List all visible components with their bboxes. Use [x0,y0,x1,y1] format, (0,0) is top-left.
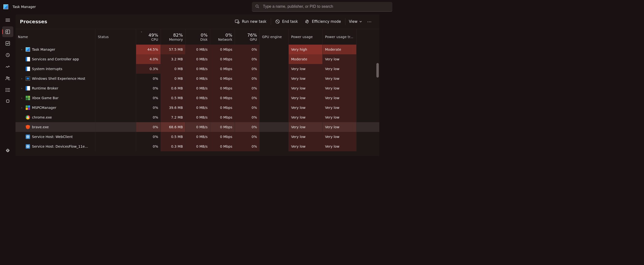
process-icon [26,86,30,90]
chevron-down-icon [360,21,362,22]
memory-cell: 0.3 MB [161,142,186,151]
sidebar-toggle-button[interactable] [2,15,13,26]
column-header-status[interactable]: Status [96,29,136,45]
column-header-network[interactable]: 0% Network [210,29,235,45]
process-name: Service Host: DevicesFlow_11e... [32,144,88,148]
nav-performance[interactable] [2,38,13,49]
cpu-cell: 0% [136,113,161,122]
expand-chevron-icon[interactable]: › [20,106,24,109]
cpu-cell: 44.5% [136,45,161,54]
process-name: Service Host: WebClient [32,135,73,139]
power-usage-trend-cell: Very low [322,142,356,151]
power-usage-trend-cell: Very low [322,122,356,132]
scrollbar-handle[interactable] [376,63,379,78]
gpu-engine-cell [260,142,289,151]
content-panel: Processes Run new task End task Efficien… [16,14,379,156]
searchbar[interactable] [252,2,380,12]
process-status [96,64,136,74]
cpu-cell: 0% [136,74,161,83]
column-header-gpu-engine[interactable]: GPU engine [260,29,289,45]
nav-services[interactable] [2,96,13,107]
expand-chevron-icon[interactable]: › [20,77,24,80]
process-name: Runtime Broker [32,86,58,90]
memory-cell: 0 MB [161,64,186,74]
table-row[interactable]: Services and Controller app4.0%3.2 MB0 M… [16,54,379,64]
disk-cell: 0 MB/s [186,83,210,93]
gpu-cell: 0% [235,122,260,132]
network-cell: 0 Mbps [210,93,235,103]
cpu-cell: 0% [136,93,161,103]
table-row[interactable]: ›MSPCManager0%39.6 MB0 MB/s0 Mbps0%Very … [16,103,379,113]
gpu-engine-cell [260,64,289,74]
process-status [96,142,136,151]
svg-line-28 [276,20,279,23]
efficiency-mode-button[interactable]: Efficiency mode [301,18,344,26]
power-usage-trend-cell: Very low [322,113,356,122]
power-usage-cell: Very low [289,74,322,83]
expand-chevron-icon[interactable]: › [20,87,24,90]
network-cell: 0 Mbps [210,83,235,93]
gpu-cell: 0% [235,64,260,74]
column-header-disk[interactable]: 0% Disk [186,29,210,45]
svg-point-22 [7,150,8,152]
network-cell: 0 Mbps [210,45,235,54]
view-dropdown[interactable]: View [346,18,364,26]
search-icon [255,4,259,9]
more-button[interactable]: ⋯ [364,17,375,26]
table-row[interactable]: Service Host: DevicesFlow_11e...0%0.3 MB… [16,142,379,151]
table-row[interactable]: chrome.exe0%7.2 MB0 MB/s0 Mbps0%Very low… [16,113,379,122]
toolbar: Processes Run new task End task Efficien… [16,14,379,29]
gpu-engine-cell [260,103,289,113]
process-status [96,103,136,113]
column-header-power-usage[interactable]: Power usage [289,29,322,45]
table-row[interactable]: ›Runtime Broker0%0.6 MB0 MB/s0 Mbps0%Ver… [16,83,379,93]
gpu-cell: 0% [235,113,260,122]
gpu-engine-cell [260,45,289,54]
svg-point-18 [6,90,6,90]
table-row[interactable]: ›Task Manager44.5%57.5 MB0 MB/s0 Mbps0%V… [16,45,379,54]
search-input[interactable] [263,4,380,9]
disk-cell: 0 MB/s [186,45,210,54]
memory-cell: 3.2 MB [161,54,186,64]
network-cell: 0 Mbps [210,74,235,83]
table-row[interactable]: ›Windows Shell Experience Host0%0 MB0 MB… [16,74,379,83]
svg-point-0 [256,5,258,7]
power-usage-cell: Moderate [289,54,322,64]
power-usage-trend-cell: Very low [322,83,356,93]
gpu-cell: 0% [235,103,260,113]
nav-details[interactable] [2,85,13,95]
process-name: MSPCManager [32,106,56,110]
end-task-button[interactable]: End task [272,18,301,26]
column-header-cpu[interactable]: ⌄ 49% CPU [136,29,161,45]
table-row[interactable]: Service Host: WebClient0%0.5 MB0 MB/s0 M… [16,132,379,142]
process-status [96,74,136,83]
gpu-cell: 0% [235,93,260,103]
memory-cell: 0.6 MB [161,83,186,93]
column-header-power-usage-trend[interactable]: Power usage tr... [322,29,356,45]
memory-cell: 39.6 MB [161,103,186,113]
gpu-cell: 0% [235,74,260,83]
run-new-task-label: Run new task [242,20,266,24]
svg-point-16 [6,88,6,89]
svg-point-32 [27,145,29,148]
memory-cell: 0.5 MB [161,132,186,142]
expand-chevron-icon[interactable]: › [20,97,24,99]
nav-users[interactable] [2,73,13,84]
column-header-gpu[interactable]: 76% GPU [235,29,260,45]
power-usage-cell: Very low [289,103,322,113]
disk-cell: 0 MB/s [186,113,210,122]
column-header-memory[interactable]: 82% Memory [161,29,186,45]
table-row[interactable]: System interrupts0.3%0 MB0 MB/s0 Mbps0%V… [16,64,379,74]
network-cell: 0 Mbps [210,132,235,142]
table-row[interactable]: ›Xbox Game Bar0%0.5 MB0 MB/s0 Mbps0%Very… [16,93,379,103]
nav-processes[interactable] [2,27,13,37]
table-row[interactable]: brave.exe0%68.6 MB0 MB/s0 Mbps0%Very low… [16,122,379,132]
run-new-task-button[interactable]: Run new task [231,17,270,26]
gpu-engine-cell [260,93,289,103]
expand-chevron-icon[interactable]: › [20,48,24,51]
column-header-name[interactable]: Name [16,29,96,45]
nav-settings[interactable] [2,145,13,156]
nav-startup[interactable] [2,61,13,72]
nav-app-history[interactable] [2,50,13,60]
power-usage-cell: Very high [289,45,322,54]
